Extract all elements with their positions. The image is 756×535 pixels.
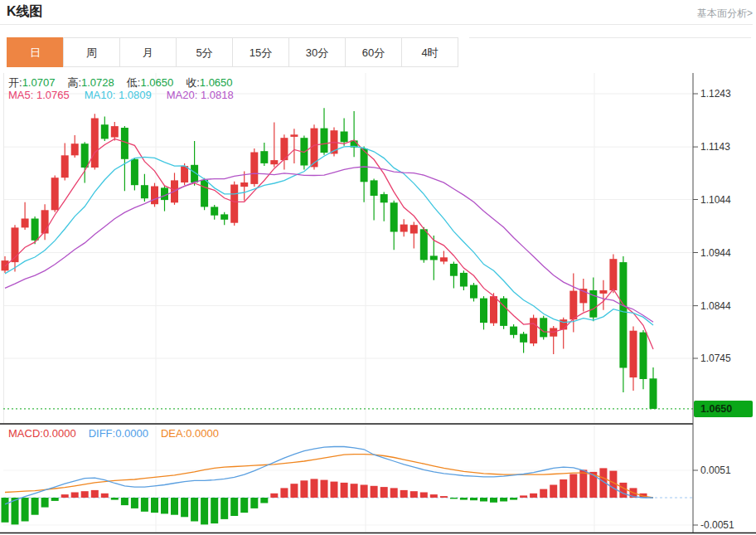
- ma5-legend-item: MA5: 1.0765: [8, 89, 70, 101]
- tabrow-border-extension: [469, 37, 751, 38]
- diff-legend-item: DIFF:0.0000: [89, 427, 148, 440]
- macd-panel: [2, 447, 694, 525]
- kline-widget: K线图 基本面分析> 1.12431.11431.10441.09441.084…: [0, 0, 756, 535]
- price-tick-label: 1.0944: [700, 247, 731, 259]
- dea-legend-item: DEA:0.0000: [161, 427, 219, 440]
- tab-60min[interactable]: 60分: [345, 37, 402, 67]
- tab-4hour[interactable]: 4时: [401, 37, 458, 67]
- ma20-legend-item: MA20: 1.0818: [167, 89, 234, 101]
- price-tick-label: 1.1143: [700, 141, 730, 153]
- price-tick-label: 1.0745: [700, 353, 731, 364]
- tab-week[interactable]: 周: [63, 37, 120, 67]
- tab-month[interactable]: 月: [119, 37, 177, 67]
- ma-legend: MA5: 1.0765 MA10: 1.0809 MA20: 1.0818: [8, 89, 234, 101]
- ma20-line: [5, 167, 653, 322]
- ma10-line: [5, 146, 653, 325]
- svg-text:1.0650: 1.0650: [700, 403, 732, 415]
- ma5-line: [5, 139, 653, 349]
- price-tick-label: 1.1044: [700, 194, 731, 206]
- interval-tabs: 日 周 月 5分 15分 30分 60分 4时: [7, 37, 458, 67]
- macd-legend: MACD:0.0000 DIFF:0.0000 DEA:0.0000: [8, 427, 219, 440]
- tab-day[interactable]: 日: [7, 37, 64, 67]
- price-tick-label: 1.0844: [700, 300, 731, 312]
- macd-tick-label: 0.0051: [700, 464, 731, 476]
- tab-30min[interactable]: 30分: [288, 37, 346, 67]
- tab-15min[interactable]: 15分: [232, 37, 289, 67]
- tab-5min[interactable]: 5分: [176, 37, 233, 67]
- price-tick-label: 1.1243: [700, 88, 731, 100]
- current-price-tag: 1.0650: [694, 401, 753, 417]
- macd-tick-label: -0.0051: [700, 519, 734, 531]
- ma10-legend-item: MA10: 1.0809: [85, 89, 152, 101]
- macd-legend-item: MACD:0.0000: [8, 427, 76, 440]
- price-axis: 1.12431.11431.10441.09441.08441.07450.00…: [693, 88, 753, 531]
